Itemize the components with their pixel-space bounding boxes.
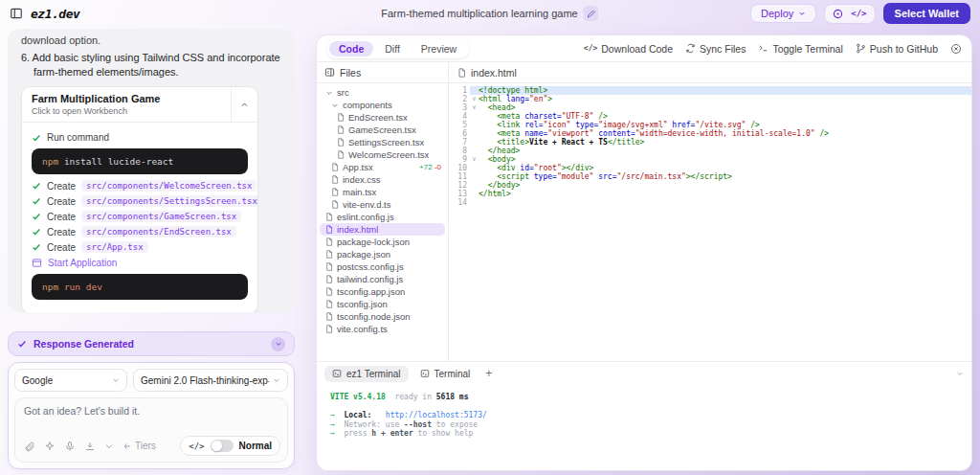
file-path-chip[interactable]: src/App.tsx	[81, 241, 148, 253]
close-workbench-button[interactable]	[950, 43, 962, 55]
item-label: GameScreen.tsx	[348, 124, 416, 135]
attach-icon[interactable]	[24, 441, 35, 452]
action-label: Start Application	[48, 258, 117, 268]
response-generated-banner[interactable]: Response Generated	[8, 331, 295, 356]
file-tree-item-vite.config.ts[interactable]: vite.config.ts	[320, 323, 445, 335]
file-tree-item-EndScreen.tsx[interactable]: EndScreen.tsx	[320, 111, 445, 124]
open-workbench-button[interactable]: Farm Multiplication Game Click to open W…	[22, 87, 231, 122]
file-tree-item-tsconfig.json[interactable]: tsconfig.json	[320, 298, 445, 310]
app-logo[interactable]: ez1.dev	[31, 7, 79, 21]
file-tree-item-SettingsScreen.tsx[interactable]: SettingsScreen.tsx	[320, 136, 445, 148]
file-tree-item-tsconfig.node.json[interactable]: tsconfig.node.json	[320, 310, 445, 323]
file-icon	[325, 225, 333, 234]
sync-icon	[685, 43, 696, 54]
file-tree-item-package-lock.json[interactable]: package-lock.json	[320, 236, 445, 248]
file-tree-item-GameScreen.tsx[interactable]: GameScreen.tsx	[320, 124, 445, 136]
create-file-row: Createsrc/components/WelcomeScreen.tsx	[32, 180, 248, 192]
code-text: <meta charset="UTF-8" />	[479, 112, 608, 121]
prompt-input[interactable]	[24, 405, 278, 438]
code-line: 10 <div id="root"></div>	[449, 164, 971, 172]
download-code-button[interactable]: </>Download Code	[584, 43, 673, 55]
file-icon	[325, 275, 333, 283]
file-path-chip[interactable]: src/components/GameScreen.tsx	[81, 211, 241, 222]
code-line: 2∨<html lang="en">	[449, 95, 971, 103]
collapse-panel-icon[interactable]	[324, 67, 335, 78]
chevron-down-icon	[325, 89, 333, 97]
file-tree-item-WelcomeScreen.tsx[interactable]: WelcomeScreen.tsx	[320, 148, 445, 161]
toggle-terminal-button[interactable]: Toggle Terminal	[758, 43, 842, 55]
tab-diff[interactable]: Diff	[375, 41, 410, 57]
sparkle-icon[interactable]	[44, 441, 56, 452]
check-icon	[32, 227, 41, 237]
deploy-button[interactable]: Deploy	[750, 4, 816, 23]
code-text: </html>	[479, 190, 511, 198]
import-icon[interactable]	[84, 441, 96, 452]
start-application-button[interactable]: Start Application	[32, 258, 248, 268]
file-tree-item-vite-env.d.ts[interactable]: vite-env.d.ts	[320, 198, 445, 211]
code-line: 5 <link rel="icon" type="image/svg+xml" …	[449, 121, 971, 129]
file-path-chip[interactable]: src/components/EndScreen.tsx	[81, 226, 236, 238]
file-tree-item-tsconfig.app.json[interactable]: tsconfig.app.json	[320, 285, 445, 298]
code-line: 11 <script type="module" src="/src/main.…	[449, 172, 971, 181]
file-tree-item-tailwind.config.js[interactable]: tailwind.config.js	[320, 273, 445, 285]
terminal-output[interactable]: VITE v5.4.18 ready in 5618 ms → Local: h…	[317, 385, 971, 470]
file-icon	[325, 312, 333, 321]
sidebar-toggle-icon[interactable]	[10, 7, 23, 20]
chevron-down-icon	[112, 376, 120, 384]
file-path-chip[interactable]: src/components/WelcomeScreen.tsx	[81, 180, 256, 192]
file-path-chip[interactable]: src/components/SettingsScreen.tsx	[81, 195, 258, 207]
file-tree-item-main.tsx[interactable]: main.tsx	[320, 186, 445, 198]
code-icon[interactable]: </>	[851, 9, 866, 18]
sync-files-button[interactable]: Sync Files	[685, 43, 746, 55]
item-label: vite.config.ts	[337, 324, 388, 334]
code-line: 1<!doctype html>	[449, 86, 971, 95]
editor-tab[interactable]: index.html	[449, 62, 971, 83]
file-icon	[325, 287, 333, 296]
banner-chevron-button[interactable]	[271, 337, 285, 351]
terminal-line: → Local: http://localhost:5173/	[330, 411, 958, 420]
model-select[interactable]: Gemini 2.0 Flash-thinking-exp-01-21	[133, 369, 288, 392]
terminal-tab-terminal[interactable]: Terminal	[412, 366, 479, 382]
chevron-down-icon	[331, 102, 339, 109]
item-label: EndScreen.tsx	[348, 112, 408, 123]
fold-chevron-icon: ∨	[470, 155, 479, 164]
file-tree-item-App.tsx[interactable]: App.tsx+72 -0	[320, 161, 445, 173]
line-number: 9	[449, 155, 470, 164]
line-number: 1	[449, 86, 470, 95]
item-label: index.css	[343, 174, 381, 185]
terminal-icon	[420, 369, 430, 378]
tab-preview[interactable]: Preview	[412, 41, 466, 57]
push-to-github-button[interactable]: Push to GitHub	[856, 43, 938, 55]
file-tree-item-index.html[interactable]: index.html	[320, 223, 445, 236]
terminal-tab-ez1-terminal[interactable]: ez1 Terminal	[324, 366, 409, 382]
create-file-row: Createsrc/components/EndScreen.tsx	[32, 226, 248, 238]
command-text: npm	[42, 156, 58, 167]
terminal-collapse-icon[interactable]	[956, 370, 964, 377]
select-wallet-button[interactable]: Select Wallet	[883, 3, 970, 24]
collapse-card-button[interactable]	[231, 87, 257, 122]
tiers-button[interactable]: Tiers	[122, 441, 156, 451]
folder-item-components[interactable]: components	[320, 99, 445, 111]
tab-code[interactable]: Code	[329, 41, 373, 57]
terminal-panel: ez1 TerminalTerminal+ VITE v5.4.18 ready…	[317, 361, 971, 470]
top-header: ez1.dev Farm-themed multiplication learn…	[0, 0, 980, 27]
arrow-left-icon	[122, 441, 132, 451]
file-tree-item-postcss.config.js[interactable]: postcss.config.js	[320, 260, 445, 273]
code-area[interactable]: 1<!doctype html>2∨<html lang="en">3∨ <he…	[449, 83, 971, 361]
file-tree-item-eslint.config.js[interactable]: eslint.config.js	[320, 211, 445, 223]
prompt-input-box: Tiers </> Normal	[14, 397, 288, 463]
file-icon	[337, 125, 345, 134]
file-icon	[331, 188, 339, 196]
mode-toggle[interactable]	[211, 440, 234, 452]
edit-title-button[interactable]	[584, 6, 599, 21]
file-tree-item-index.css[interactable]: index.css	[320, 173, 445, 186]
file-tree-item-package.json[interactable]: package.json	[320, 248, 445, 260]
chevron-down-icon[interactable]	[104, 441, 114, 451]
disc-icon[interactable]	[833, 9, 843, 19]
file-icon	[457, 68, 466, 78]
microphone-icon[interactable]	[64, 441, 76, 452]
folder-item-src[interactable]: src	[320, 86, 445, 99]
provider-select[interactable]: Google	[14, 369, 127, 392]
code-text: <meta name="viewport" content="width=dev…	[479, 129, 829, 138]
new-terminal-button[interactable]: +	[481, 368, 496, 379]
